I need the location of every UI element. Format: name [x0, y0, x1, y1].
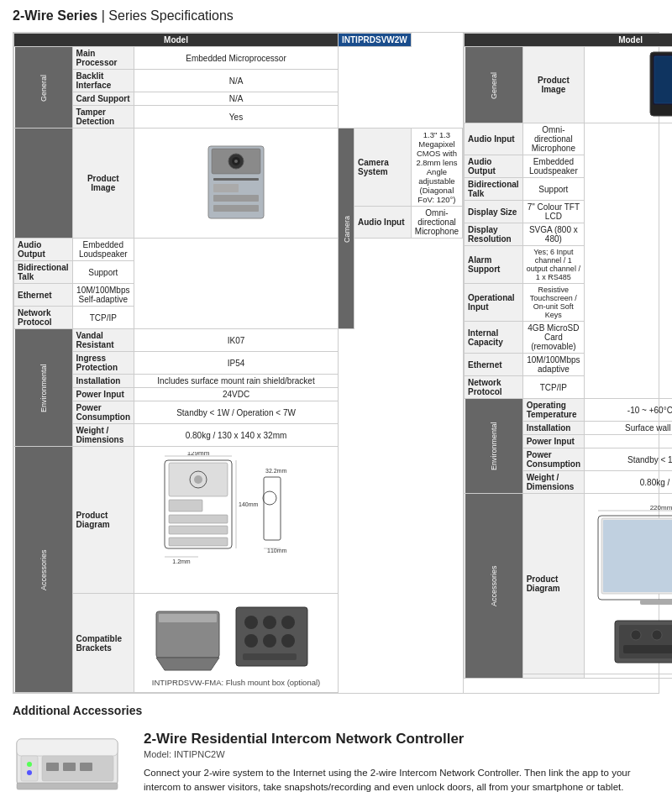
row-value: Yes; 6 Input channel / 1 output channel … — [522, 246, 584, 284]
row-label: Power Input — [522, 435, 584, 448]
network-controller-svg — [13, 731, 122, 792]
row-value: Support — [522, 178, 584, 201]
table-row: Tamper Detection Yes — [14, 106, 463, 129]
brackets-row: Compatible Brackets — [14, 594, 463, 693]
title-bold: 2-Wire Series — [13, 8, 97, 23]
row-label: Installation — [72, 375, 134, 388]
table-row: Audio Output Embedded Loudspeaker — [465, 155, 672, 178]
right-diagram-row: Accessories Product Diagram 220mm — [465, 494, 672, 674]
row-label: Ethernet — [14, 284, 73, 307]
row-label: Alarm Support — [465, 246, 523, 284]
row-label: Weight / Dimensions — [72, 424, 134, 447]
brackets-label: Compatible Brackets — [72, 594, 134, 693]
row-value: Support — [72, 261, 134, 284]
row-label: Operational Input — [465, 284, 523, 322]
svg-point-34 — [281, 616, 295, 629]
title-subtitle: Series Specifications — [108, 8, 234, 23]
table-row: Internal Capacity 4GB MicroSD Card (remo… — [465, 322, 672, 354]
row-label: Power Input — [72, 388, 134, 401]
table-row: Alarm Support Yes; 6 Input channel / 1 o… — [465, 246, 672, 284]
svg-point-55 — [631, 630, 641, 640]
row-label: Display Size — [465, 201, 523, 223]
right-spec-table: Model INTIPMONF82W General Product Image — [464, 33, 672, 679]
page-container: 2-Wire Series | Series Specifications Mo… — [0, 0, 672, 792]
row-label: Operating Temperature — [522, 399, 584, 422]
svg-rect-62 — [21, 756, 38, 781]
table-row: Weight / Dimensions 0.80kg / 130 x 140 x… — [14, 424, 463, 447]
row-value: Embedded Microprocessor — [134, 47, 339, 70]
svg-text:220mm: 220mm — [650, 504, 672, 511]
row-label: Card Support — [72, 92, 134, 106]
row-label: Power Consumption — [72, 401, 134, 424]
row-value: TCP/IP — [72, 307, 134, 329]
svg-rect-69 — [17, 783, 118, 789]
right-env-section-label: Environmental — [465, 399, 523, 494]
row-label: Tamper Detection — [72, 106, 134, 129]
row-label: Installation — [522, 422, 584, 435]
general-section-label: General — [14, 47, 73, 129]
table-row: Display Resolution SVGA (800 x 480) — [465, 223, 672, 246]
table-row: Ethernet 10M/100Mbps adaptive — [465, 354, 672, 376]
row-value: Resistive Touchscreen / On-unit Soft Key… — [522, 284, 584, 322]
row-label: Power Consumption — [522, 448, 584, 471]
right-accessories-section: Accessories — [465, 494, 523, 679]
svg-rect-5 — [213, 178, 259, 181]
table-row: Bidirectional Talk Support — [465, 178, 672, 201]
camera-section-label: Camera — [339, 129, 354, 329]
table-row: Ethernet 10M/100Mbps Self-adaptive — [14, 284, 463, 307]
row-value: 24VDC — [134, 388, 339, 401]
row-value: Standby < 1W / Operation < 7W — [134, 401, 339, 424]
row-label: Camera System — [354, 129, 412, 207]
svg-point-32 — [244, 616, 258, 629]
row-label: Ethernet — [465, 354, 523, 376]
left-diagram-svg: 129mm 140mm 110mm 1.2mm — [139, 452, 333, 586]
additional-section: Additional Accessories — [13, 704, 659, 792]
svg-rect-16 — [169, 538, 228, 546]
table-row: Card Support N/A — [14, 92, 463, 106]
svg-rect-13 — [169, 500, 202, 511]
svg-rect-59 — [623, 645, 672, 653]
svg-point-12 — [194, 475, 202, 484]
table-row: Network Protocol TCP/IP — [14, 307, 463, 329]
row-value: Surface wall mounting bracket & kit — [585, 422, 672, 435]
brackets-svg — [152, 599, 320, 674]
brackets-cell: INTIPRDSVW-FMA: Flush mount box (optiona… — [134, 594, 339, 693]
additional-description: Connect your 2-wire system to the Intern… — [144, 766, 659, 792]
right-empty-label — [522, 674, 584, 679]
row-label: Network Protocol — [14, 307, 73, 329]
row-label: Weight / Dimensions — [522, 471, 584, 494]
row-value: Embedded Loudspeaker — [72, 239, 134, 261]
svg-point-68 — [27, 770, 32, 775]
left-diagram-cell: 129mm 140mm 110mm 1.2mm — [134, 447, 339, 594]
svg-rect-61 — [17, 739, 118, 756]
svg-text:1.2mm: 1.2mm — [172, 559, 191, 564]
svg-rect-45 — [603, 520, 672, 592]
row-value: 0.80kg / 200 x 136 x 22mm — [585, 471, 672, 494]
right-product-image-svg — [648, 50, 672, 118]
table-row: Power Input 24VDC — [14, 388, 463, 401]
bracket-caption: INTIPRDSVW-FMA: Flush mount box (optiona… — [139, 678, 333, 687]
general2-section-label — [14, 129, 73, 239]
svg-rect-66 — [80, 763, 92, 771]
diagram-row: Accessories Product Diagram — [14, 447, 463, 594]
table-row: Audio Input Omni-directional Microphone — [465, 123, 672, 155]
row-value: 1.3" 1.3 Megapixel CMOS with 2.8mm lensA… — [411, 129, 462, 207]
table-row: Audio Output Embedded Loudspeaker — [14, 239, 463, 261]
right-diagram-svg: 220mm 126mm 22mm — [590, 499, 672, 667]
left-table-wrap: Model INTIPRDSVW2W General Main Processo… — [13, 33, 463, 693]
svg-point-36 — [263, 634, 276, 648]
svg-rect-65 — [63, 763, 76, 771]
row-value: 10M/100Mbps adaptive — [522, 354, 584, 376]
svg-rect-14 — [169, 515, 228, 523]
row-value: 0.80kg / 130 x 140 x 32mm — [134, 424, 339, 447]
additional-content: 2-Wire Residential Intercom Network Cont… — [13, 731, 659, 792]
svg-rect-38 — [243, 653, 297, 660]
row-value: IK07 — [134, 329, 339, 352]
row-value: Omni-directional Microphone — [411, 207, 462, 239]
left-header-row: Model INTIPRDSVW2W — [14, 34, 463, 47]
row-value: TCP/IP — [522, 376, 584, 399]
row-value: Includes surface mount rain shield/brack… — [134, 375, 339, 388]
row-label: Bidirectional Talk — [465, 178, 523, 201]
diagram-label: Product Diagram — [72, 447, 134, 594]
left-model-label: Model — [14, 34, 339, 47]
